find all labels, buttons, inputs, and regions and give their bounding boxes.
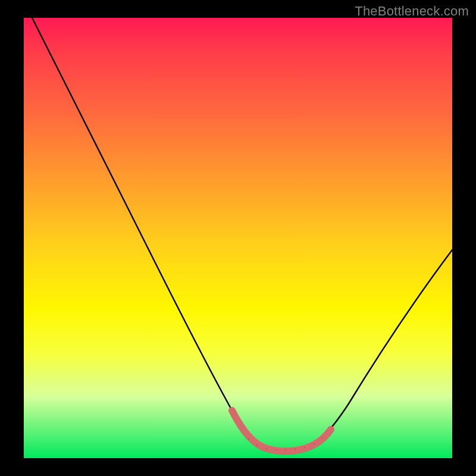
curve-layer bbox=[24, 18, 452, 458]
chart-frame: TheBottleneck.com bbox=[0, 0, 476, 476]
svg-point-7 bbox=[314, 443, 315, 444]
svg-point-2 bbox=[266, 448, 267, 449]
svg-point-5 bbox=[295, 449, 296, 450]
svg-point-4 bbox=[285, 449, 286, 450]
watermark-text: TheBottleneck.com bbox=[355, 4, 469, 19]
plot-area bbox=[24, 18, 452, 458]
svg-point-8 bbox=[322, 437, 323, 439]
svg-point-1 bbox=[256, 444, 258, 446]
bottleneck-curve bbox=[32, 18, 452, 449]
optimal-range-marker bbox=[232, 411, 331, 452]
svg-point-6 bbox=[304, 447, 305, 448]
svg-point-3 bbox=[275, 449, 277, 450]
svg-point-0 bbox=[248, 439, 249, 440]
